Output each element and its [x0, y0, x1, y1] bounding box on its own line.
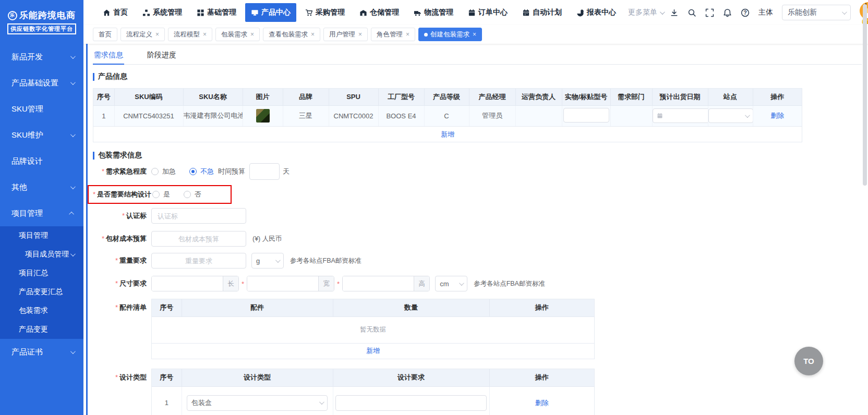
page-chip-view-packaging-demand[interactable]: 查看包装需求× [263, 28, 320, 41]
blocks-icon [197, 9, 204, 17]
nav-item-report-center[interactable]: 报表中心 [571, 3, 622, 22]
ship-date-picker[interactable] [653, 108, 708, 123]
sidebar-item-sku-maintenance[interactable]: SKU维护 [0, 122, 83, 148]
bell-icon[interactable] [723, 8, 732, 17]
tab-demand-info[interactable]: 需求信息 [93, 49, 124, 64]
submenu-item-project-management[interactable]: 项目管理 [0, 226, 83, 245]
close-icon[interactable]: × [358, 31, 362, 38]
radio-not-urgent-label[interactable]: 不急 [200, 167, 214, 176]
nav-more-menu[interactable]: 更多菜单 [625, 8, 667, 17]
height-suffix: 高 [414, 276, 429, 291]
length-input[interactable] [152, 276, 223, 291]
tab-stage-progress[interactable]: 阶段进度 [146, 49, 177, 64]
nav-item-order-center[interactable]: 订单中心 [462, 3, 513, 22]
nav-item-purchase-management[interactable]: 采购管理 [299, 3, 351, 22]
page-chip-process-model[interactable]: 流程模型× [168, 28, 212, 41]
calendar-icon [657, 113, 663, 119]
page-chip-create-packaging-demand[interactable]: 创建包装需求× [418, 28, 482, 41]
sidebar-item-sku-management[interactable]: SKU管理 [0, 96, 83, 122]
monitor-icon [251, 9, 259, 17]
sidebar-content-splitter [86, 44, 88, 415]
page-chip-packaging-demand[interactable]: 包装需求× [215, 28, 260, 41]
close-icon[interactable]: × [203, 31, 207, 38]
entity-label: 主体 [758, 8, 773, 17]
radio-structure-yes[interactable] [152, 191, 160, 198]
radio-structure-no-label[interactable]: 否 [195, 190, 201, 199]
height-input[interactable] [343, 276, 414, 291]
structure-design-highlight-box: 是否需要结构设计 是 否 [88, 185, 232, 204]
nav-item-warehouse-management[interactable]: 仓储管理 [354, 3, 405, 22]
design-type-label: 设计类型 [93, 369, 151, 386]
product-thumbnail[interactable] [256, 109, 270, 123]
calendar-icon [468, 9, 476, 17]
sidebar-item-other[interactable]: 其他 [0, 174, 83, 200]
structure-design-label: 是否需要结构设计 [93, 190, 152, 199]
add-product-link[interactable]: 新增 [441, 130, 454, 139]
chevron-down-icon [275, 258, 281, 263]
app-logo: 乐 乐能跨境电商 供应链数字化管理平台 [0, 0, 83, 44]
search-icon[interactable] [688, 8, 696, 17]
page-chip-user-management[interactable]: 用户管理× [323, 28, 368, 41]
design-type-select[interactable]: 包装盒 [187, 395, 328, 411]
nav-item-auto-plan[interactable]: 自动计划 [516, 3, 568, 22]
page-chip-role-management[interactable]: 角色管理× [371, 28, 415, 41]
design-type-form-row: 设计类型 序号 设计类型 设计要求 操作 1 [93, 369, 862, 415]
size-unit-select[interactable]: cm [435, 276, 467, 291]
entity-select[interactable]: 乐能创新 [782, 5, 851, 20]
weight-input[interactable] [151, 253, 246, 268]
nav-item-system-management[interactable]: 系统管理 [137, 3, 188, 22]
width-input-group: 宽 [247, 276, 334, 291]
width-input[interactable] [247, 276, 318, 291]
delete-design-row-link[interactable]: 删除 [535, 399, 549, 407]
truck-icon [414, 9, 421, 17]
fullscreen-icon[interactable] [705, 8, 714, 17]
submenu-item-project-summary[interactable]: 项目汇总 [0, 264, 83, 283]
label-model-input[interactable] [563, 108, 609, 123]
sidebar-item-new-product-dev[interactable]: 新品开发 [0, 44, 83, 70]
sidebar-item-product-base-settings[interactable]: 产品基础设置 [0, 70, 83, 96]
weight-form-row: 重量要求 g 参考各站点FBA邮资标准 [93, 253, 862, 268]
back-to-top-button[interactable]: TO [794, 347, 823, 375]
close-icon[interactable]: × [250, 31, 254, 38]
sidebar-item-brand-design[interactable]: 品牌设计 [0, 148, 83, 174]
chevron-down-icon [70, 54, 76, 59]
site-select[interactable] [708, 108, 753, 123]
close-icon[interactable]: × [406, 31, 409, 38]
submenu-item-product-change[interactable]: 产品变更 [0, 320, 83, 339]
weight-hint: 参考各站点FBA邮资标准 [290, 257, 361, 265]
nav-item-product-center[interactable]: 产品中心 [245, 3, 296, 22]
delete-row-link[interactable]: 删除 [770, 112, 784, 119]
submenu-item-packaging-demand[interactable]: 包装需求 [0, 301, 83, 320]
nav-item-home[interactable]: 首页 [97, 3, 134, 22]
submenu-item-product-change-summary[interactable]: 产品变更汇总 [0, 283, 83, 301]
radio-urgent[interactable] [151, 168, 159, 175]
page-chip-process-definition[interactable]: 流程定义× [120, 28, 165, 41]
nav-item-logistics-management[interactable]: 物流管理 [408, 3, 459, 22]
add-accessory-link[interactable]: 新增 [366, 346, 380, 356]
submenu-item-project-members[interactable]: 项目成员管理 [0, 245, 83, 264]
radio-structure-yes-label[interactable]: 是 [163, 190, 170, 199]
close-icon[interactable]: × [311, 31, 315, 38]
budget-label: 包材成本预算 [93, 234, 151, 243]
size-hint: 参考各站点FBA邮资标准 [474, 279, 545, 288]
sidebar-item-product-certificate[interactable]: 产品证书 [0, 339, 83, 365]
help-icon[interactable]: ? [741, 8, 750, 17]
page-scrollbar-thumb[interactable] [863, 4, 867, 186]
weight-label: 重量要求 [93, 256, 151, 265]
radio-structure-no[interactable] [184, 191, 191, 198]
chevron-down-icon [70, 349, 76, 354]
page-chip-home[interactable]: 首页 [93, 28, 117, 41]
radio-urgent-label[interactable]: 加急 [162, 167, 176, 176]
budget-input[interactable] [151, 231, 246, 247]
radio-not-urgent[interactable] [189, 168, 197, 175]
download-icon[interactable] [670, 8, 679, 17]
time-budget-input[interactable] [249, 163, 280, 180]
close-icon[interactable]: × [473, 31, 476, 38]
design-requirement-input[interactable] [335, 395, 487, 411]
close-icon[interactable]: × [155, 31, 159, 38]
cert-input[interactable] [151, 208, 246, 224]
nav-item-basic-management[interactable]: 基础管理 [191, 3, 242, 22]
weight-unit-select[interactable]: g [251, 253, 284, 268]
sidebar-item-project-management[interactable]: 项目管理 [0, 200, 83, 226]
required-asterisk: * [242, 280, 244, 288]
